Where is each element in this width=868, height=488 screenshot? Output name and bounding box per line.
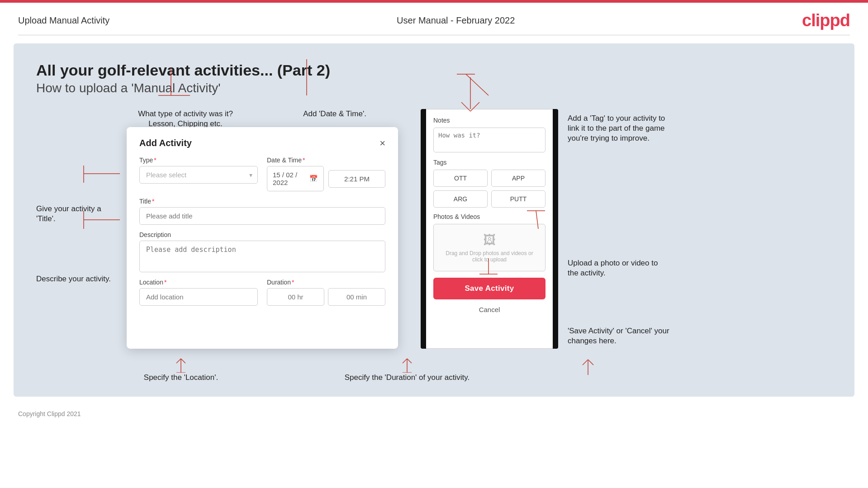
header-left: Upload Manual Activity bbox=[18, 15, 109, 26]
activity-type-annotation: What type of activity was it? Lesson, Ch… bbox=[133, 109, 237, 129]
datetime-label: Date & Time* bbox=[267, 156, 385, 164]
notes-label: Notes bbox=[433, 117, 545, 124]
duration-group: Duration* bbox=[267, 279, 385, 306]
phone-left-border bbox=[421, 109, 426, 349]
logo: clippd bbox=[802, 11, 850, 30]
date-time-annotation: Add 'Date & Time'. bbox=[289, 109, 380, 119]
location-label: Location* bbox=[139, 279, 258, 286]
time-input[interactable]: 2:21 PM bbox=[328, 170, 385, 188]
give-title-annotation: Give your activity a 'Title'. bbox=[36, 204, 118, 224]
datetime-group: Date & Time* 15 / 02 / 2022 📅 2:21 PM bbox=[267, 156, 385, 191]
tag-app[interactable]: APP bbox=[491, 170, 545, 187]
duration-min-input[interactable] bbox=[328, 288, 385, 306]
photos-label: Photos & Videos bbox=[433, 213, 545, 220]
type-datetime-row: Type* Please select ▾ Date & Time* bbox=[139, 156, 385, 191]
phone-inner: Notes Tags OTT APP ARG PUTT Photos & Vid… bbox=[426, 109, 553, 349]
type-select-wrapper[interactable]: Please select ▾ bbox=[139, 166, 258, 184]
add-activity-modal: Add Activity × Type* Please select ▾ bbox=[127, 127, 398, 349]
modal-header: Add Activity × bbox=[139, 138, 385, 148]
copyright: Copyright Clippd 2021 bbox=[0, 405, 868, 423]
tag-annotation: Add a 'Tag' to your activity to link it … bbox=[568, 114, 667, 143]
description-group: Description bbox=[139, 231, 385, 272]
location-input[interactable] bbox=[139, 288, 258, 306]
date-input[interactable]: 15 / 02 / 2022 📅 bbox=[267, 166, 324, 191]
title-row: Title* bbox=[139, 198, 385, 225]
svg-line-26 bbox=[407, 359, 412, 363]
close-button[interactable]: × bbox=[379, 138, 385, 148]
save-arrow-svg bbox=[574, 357, 602, 375]
duration-ann-text: Specify the 'Duration' of your activity. bbox=[339, 373, 475, 383]
svg-line-18 bbox=[461, 102, 470, 111]
duration-annotation: Specify the 'Duration' of your activity. bbox=[339, 357, 475, 383]
type-select[interactable]: Please select bbox=[139, 166, 258, 184]
svg-line-30 bbox=[588, 360, 593, 365]
location-arrow-svg bbox=[174, 357, 188, 373]
save-arrow-area bbox=[574, 357, 602, 383]
type-label: Type* bbox=[139, 156, 258, 164]
svg-line-22 bbox=[181, 359, 185, 363]
main-content: All your golf-relevant activities... (Pa… bbox=[14, 43, 854, 397]
duration-hr-input[interactable] bbox=[267, 288, 324, 306]
cancel-link[interactable]: Cancel bbox=[433, 304, 545, 315]
tags-label: Tags bbox=[433, 159, 545, 166]
svg-line-25 bbox=[403, 359, 407, 363]
upload-text: Drag and Drop photos and videos or click… bbox=[446, 250, 533, 263]
upload-annotation: Upload a photo or video to the activity. bbox=[568, 258, 667, 278]
svg-line-19 bbox=[470, 102, 479, 111]
describe-annotation: Describe your activity. bbox=[36, 274, 118, 284]
description-input[interactable] bbox=[139, 241, 385, 272]
type-group: Type* Please select ▾ bbox=[139, 156, 258, 191]
phone-right-border bbox=[553, 109, 558, 349]
tags-grid: OTT APP ARG PUTT bbox=[433, 170, 545, 208]
upload-icon: 🖼 bbox=[483, 232, 496, 247]
notes-arrow-svg bbox=[457, 77, 484, 114]
tag-arg[interactable]: ARG bbox=[433, 190, 488, 208]
tag-ott[interactable]: OTT bbox=[433, 170, 488, 187]
description-label: Description bbox=[139, 231, 385, 238]
header: Upload Manual Activity User Manual - Feb… bbox=[0, 3, 868, 35]
location-duration-row: Location* Duration* bbox=[139, 279, 385, 306]
location-ann-text: Specify the 'Location'. bbox=[127, 373, 235, 383]
title-input[interactable] bbox=[139, 207, 385, 225]
svg-line-21 bbox=[176, 359, 181, 363]
duration-label: Duration* bbox=[267, 279, 385, 286]
header-divider bbox=[18, 35, 850, 35]
duration-inputs bbox=[267, 288, 385, 306]
upload-area[interactable]: 🖼 Drag and Drop photos and videos or cli… bbox=[433, 224, 545, 271]
below-annotations: Specify the 'Location'. Specify the 'Dur… bbox=[36, 357, 832, 383]
phone-wrapper: Notes Tags OTT APP ARG PUTT Photos & Vid… bbox=[421, 109, 558, 349]
notes-textarea[interactable] bbox=[433, 128, 545, 152]
save-activity-button[interactable]: Save Activity bbox=[433, 278, 545, 299]
calendar-icon: 📅 bbox=[309, 175, 318, 183]
title-group: Title* bbox=[139, 198, 385, 225]
svg-line-29 bbox=[583, 360, 588, 365]
tag-putt[interactable]: PUTT bbox=[491, 190, 545, 208]
modal-title: Add Activity bbox=[139, 138, 192, 148]
location-annotation: Specify the 'Location'. bbox=[127, 357, 235, 383]
page-title: All your golf-relevant activities... (Pa… bbox=[36, 62, 832, 79]
page-subtitle: How to upload a 'Manual Activity' bbox=[36, 81, 832, 95]
title-label: Title* bbox=[139, 198, 385, 205]
location-group: Location* bbox=[139, 279, 258, 306]
phone-area: Notes Tags OTT APP ARG PUTT Photos & Vid… bbox=[421, 109, 558, 349]
description-row: Description bbox=[139, 231, 385, 272]
duration-arrow-svg bbox=[400, 357, 414, 373]
date-time-group: 15 / 02 / 2022 📅 2:21 PM bbox=[267, 166, 385, 191]
save-annotation: 'Save Activity' or 'Cancel' your changes… bbox=[568, 326, 676, 346]
header-center: User Manual - February 2022 bbox=[397, 15, 515, 26]
